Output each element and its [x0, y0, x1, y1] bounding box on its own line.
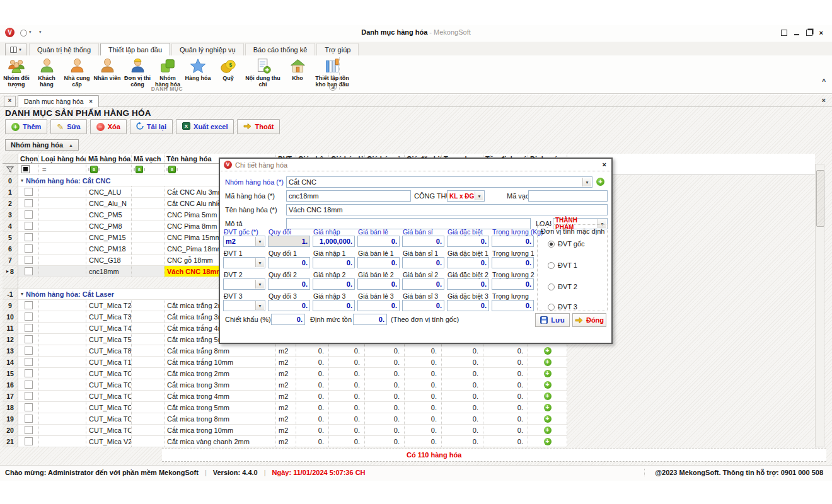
unit-value-input[interactable]: 0. [268, 300, 310, 311]
minimize-button[interactable] [794, 34, 799, 35]
delete-button[interactable]: –Xóa [90, 119, 127, 134]
code-input[interactable]: cnc18mm [286, 190, 411, 202]
row-checkbox[interactable] [25, 358, 33, 366]
unit-combobox-0[interactable]: m2▼ [223, 236, 265, 247]
close-all-tabs-button[interactable]: × [822, 96, 826, 104]
row-checkbox[interactable] [25, 233, 33, 241]
row-checkbox[interactable] [25, 244, 33, 253]
table-row[interactable]: 17CUT_Mica TO4Cắt mica trong 4mmm20.0.0.… [3, 391, 567, 402]
table-row[interactable]: 19CUT_Mica TO8Cắt mica trong 8mmm20.0.0.… [3, 413, 567, 425]
row-checkbox[interactable] [25, 188, 33, 196]
row-checkbox[interactable] [25, 392, 33, 400]
document-tab[interactable]: Danh mục hàng hóa × [18, 95, 99, 108]
row-checkbox[interactable] [25, 256, 33, 264]
table-row[interactable]: 13CUT_Mica T8Cắt mica trắng 8mmm20.0.0.0… [3, 345, 567, 357]
row-checkbox[interactable] [25, 437, 33, 445]
add-group-button[interactable]: + [596, 178, 604, 186]
unit-value-input[interactable]: 0. [268, 257, 310, 268]
radio-dvt-3[interactable]: ĐVT 3 [548, 303, 577, 311]
column-header-2[interactable]: Loại hàng hóa [39, 154, 86, 163]
unit-value-input[interactable]: 0. [313, 278, 355, 290]
vertical-scrollbar[interactable] [815, 164, 824, 447]
row-checkbox[interactable] [25, 369, 33, 377]
column-header-0[interactable] [3, 154, 18, 163]
unit-value-input[interactable]: 0. [402, 278, 444, 290]
unit-value-input[interactable]: 0. [447, 278, 489, 290]
barcode-input[interactable] [528, 190, 608, 202]
ribbon-item-funds[interactable]: $Quỹ [213, 56, 243, 82]
row-checkbox[interactable] [25, 301, 33, 309]
filter-cell-4[interactable]: a [132, 164, 165, 175]
filter-cell-2[interactable]: = [39, 164, 86, 175]
export-excel-button[interactable]: XXuất excel [176, 119, 234, 134]
reload-button[interactable]: Tải lại [130, 119, 173, 134]
discount-input[interactable]: 0. [271, 314, 305, 325]
radio-dvt-0[interactable]: ĐVT gốc [548, 240, 585, 248]
unit-value-input[interactable]: 0. [402, 300, 444, 311]
unit-value-input[interactable]: 0. [357, 300, 400, 311]
ribbon-item-customers[interactable]: Khách hàng [32, 56, 62, 88]
row-checkbox[interactable] [25, 222, 33, 230]
row-checkbox[interactable] [25, 312, 33, 321]
ribbon-tab-1[interactable]: Thiết lập ban đầu [100, 43, 170, 55]
contains-filter-icon[interactable]: a [88, 166, 100, 173]
add-quota-button[interactable]: + [544, 370, 552, 377]
app-menu-button[interactable]: ▾ [5, 43, 26, 55]
ribbon-item-object-group[interactable]: Nhóm đối tượng [1, 56, 32, 88]
row-checkbox[interactable] [25, 415, 33, 423]
column-header-3[interactable]: Mã hàng hóa [86, 154, 132, 163]
group-selector-button[interactable]: Nhóm hàng hóa ▲ [5, 139, 79, 151]
contains-filter-icon[interactable]: a [134, 166, 145, 173]
save-button[interactable]: Lưu [535, 313, 570, 327]
radio-dvt-2[interactable]: ĐVT 2 [548, 283, 577, 290]
row-checkbox[interactable] [25, 267, 33, 275]
row-checkbox[interactable] [25, 381, 33, 389]
close-button[interactable]: × [819, 30, 823, 36]
column-header-1[interactable]: Chọn [18, 154, 39, 163]
add-quota-button[interactable]: + [544, 404, 552, 411]
unit-value-input[interactable]: 0. [447, 236, 489, 247]
row-checkbox[interactable] [25, 210, 33, 219]
unit-value-input[interactable]: 1. [268, 236, 310, 247]
unit-value-input[interactable]: 0. [357, 236, 400, 247]
column-header-4[interactable]: Mã vạch [132, 154, 165, 163]
formula-combobox[interactable]: KL x ĐG ▼ [447, 190, 485, 202]
scrollbar-thumb[interactable] [816, 170, 824, 227]
unit-value-input[interactable]: 0. [313, 257, 355, 268]
contains-filter-icon[interactable]: a [166, 166, 178, 173]
exit-button[interactable]: Thoát [237, 119, 280, 134]
group-combobox[interactable]: Cắt CNC ▼ [286, 176, 592, 188]
chevron-down-icon[interactable]: ▼ [582, 178, 591, 186]
ribbon-group-expand-button[interactable]: ◢ [329, 83, 337, 91]
unit-combobox-3[interactable]: ▼ [223, 300, 265, 311]
unit-value-input[interactable]: 0. [357, 278, 400, 290]
ribbon-tab-3[interactable]: Báo cáo thống kê [245, 43, 316, 55]
table-row[interactable]: 15CUT_Mica TO2Cắt mica trong 2mmm20.0.0.… [3, 368, 567, 379]
chevron-down-icon[interactable]: ▼ [255, 237, 264, 246]
add-quota-button[interactable]: + [544, 427, 552, 434]
table-row[interactable]: 20CUT_Mica TO...Cắt mica trong 10mmm20.0… [3, 425, 567, 436]
ribbon-item-products[interactable]: Hàng hóa [183, 56, 213, 82]
collapse-ribbon-button[interactable]: ^ [822, 78, 826, 85]
unit-value-input[interactable]: 0. [357, 257, 400, 268]
ribbon-item-employees[interactable]: Nhân viên [92, 56, 122, 82]
table-row[interactable]: 14CUT_Mica T10Cắt mica trắng 10mmm20.0.0… [3, 357, 567, 368]
add-quota-button[interactable]: + [544, 358, 552, 366]
ribbon-tab-4[interactable]: Trợ giúp [316, 43, 359, 55]
table-row[interactable]: 21CUT_Mica V2Cắt mica vàng chanh 2mmm20.… [3, 436, 567, 447]
radio-dvt-1[interactable]: ĐVT 1 [548, 261, 577, 269]
ribbon-item-suppliers[interactable]: Nhà cung cấp [62, 56, 92, 88]
ribbon-item-warehouse[interactable]: Kho [282, 56, 313, 82]
unit-value-input[interactable]: 0. [402, 236, 444, 247]
chevron-down-icon[interactable]: ▼ [255, 258, 264, 267]
row-checkbox[interactable] [25, 403, 33, 411]
unit-value-input[interactable]: 0. [492, 300, 534, 311]
name-input[interactable]: Vách CNC 18mm [286, 204, 608, 215]
close-tab-group-button[interactable]: × [4, 96, 16, 106]
unit-value-input[interactable]: 0. [268, 278, 310, 290]
collapse-group-icon[interactable]: ▾ [21, 291, 23, 297]
row-checkbox[interactable] [25, 426, 33, 434]
unit-value-input[interactable]: 0. [492, 278, 534, 290]
table-row[interactable]: 16CUT_Mica TO3Cắt mica trong 3mmm20.0.0.… [3, 379, 567, 391]
close-dialog-button[interactable]: Đóng [572, 313, 606, 327]
